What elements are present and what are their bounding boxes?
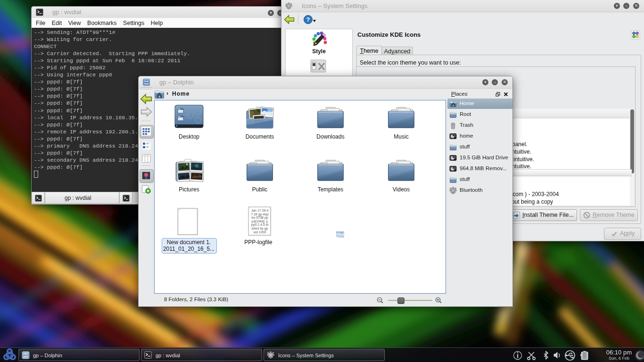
svg-text:?: ? [306, 16, 310, 23]
